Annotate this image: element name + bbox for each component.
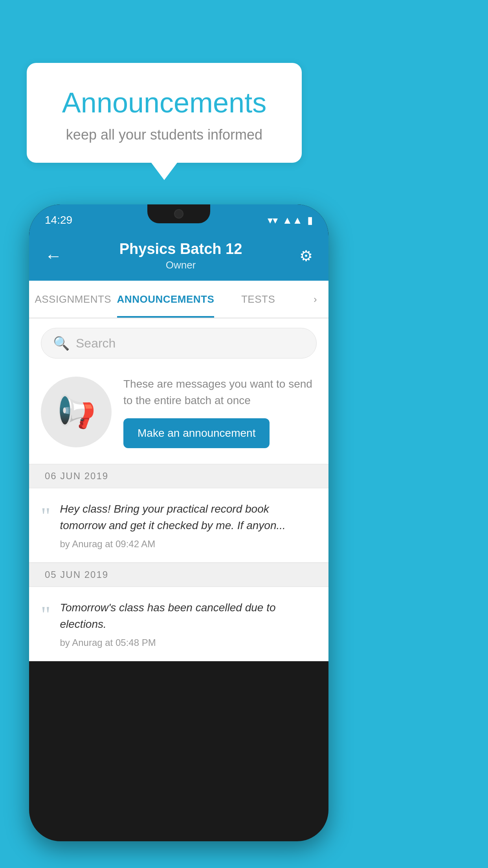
status-time: 14:29 [45,214,72,226]
quote-icon-2: " [41,603,51,648]
date-separator-2: 05 JUN 2019 [29,563,328,587]
announcement-meta-2: by Anurag at 05:48 PM [60,637,317,648]
wifi-icon: ▾▾ [268,214,278,226]
settings-button[interactable]: ⚙ [299,247,313,265]
announcement-prompt: 📢 These are messages you want to send to… [29,368,328,464]
header-title: Physics Batch 12 [119,241,242,257]
megaphone-icon: 📢 [57,394,96,430]
phone-inner: 14:29 ▾▾ ▲▲ ▮ ← Physics Batch 12 Owner ⚙… [29,204,328,841]
quote-icon-1: " [41,504,51,550]
tab-assignments[interactable]: ASSIGNMENTS [29,281,117,318]
search-placeholder: Search [76,336,116,351]
speech-bubble: Announcements keep all your students inf… [27,63,302,163]
phone-frame: 14:29 ▾▾ ▲▲ ▮ ← Physics Batch 12 Owner ⚙… [29,204,328,841]
tab-tests[interactable]: TESTS [214,281,302,318]
announcement-item-1[interactable]: " Hey class! Bring your practical record… [29,488,328,563]
speech-bubble-subtitle: keep all your students informed [46,127,282,143]
search-bar[interactable]: 🔍 Search [41,328,317,359]
content-area: 🔍 Search 📢 These are messages you want t… [29,318,328,661]
tabs-bar: ASSIGNMENTS ANNOUNCEMENTS TESTS › [29,281,328,318]
prompt-description: These are messages you want to send to t… [123,376,317,409]
header-subtitle: Owner [119,259,242,271]
megaphone-circle: 📢 [41,377,112,447]
announcement-text-1: Hey class! Bring your practical record b… [60,501,317,534]
battery-icon: ▮ [307,214,313,226]
announcement-text-2: Tomorrow's class has been cancelled due … [60,600,317,633]
back-button[interactable]: ← [45,246,62,266]
announcement-meta-1: by Anurag at 09:42 AM [60,539,317,550]
status-icons: ▾▾ ▲▲ ▮ [268,214,313,226]
announcement-item-2[interactable]: " Tomorrow's class has been cancelled du… [29,587,328,661]
search-icon: 🔍 [53,335,70,351]
header-title-area: Physics Batch 12 Owner [119,241,242,271]
date-separator-1: 06 JUN 2019 [29,464,328,488]
announcement-content-1: Hey class! Bring your practical record b… [60,501,317,550]
tab-announcements[interactable]: ANNOUNCEMENTS [117,281,215,318]
announcement-content-2: Tomorrow's class has been cancelled due … [60,600,317,648]
speech-bubble-title: Announcements [46,86,282,119]
speech-bubble-container: Announcements keep all your students inf… [27,63,302,163]
prompt-right: These are messages you want to send to t… [123,376,317,448]
signal-icon: ▲▲ [283,214,303,226]
front-camera [174,209,183,219]
make-announcement-button[interactable]: Make an announcement [123,418,270,448]
app-header: ← Physics Batch 12 Owner ⚙ [29,233,328,281]
phone-notch [147,204,210,223]
tab-more[interactable]: › [302,281,328,318]
